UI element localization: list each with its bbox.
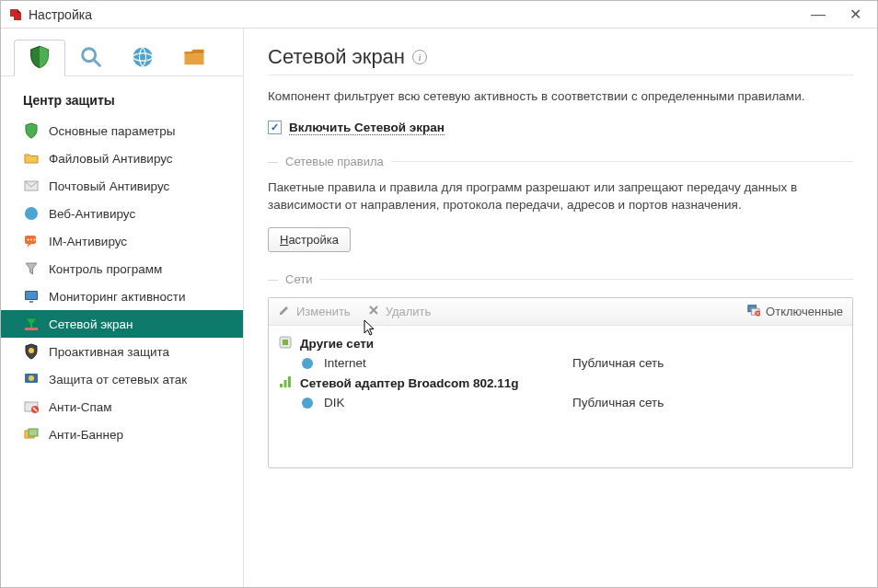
- tab-scan[interactable]: [65, 40, 117, 76]
- network-type: Публичная сеть: [572, 396, 664, 409]
- window-title: Настройка: [29, 7, 800, 22]
- delete-label: Удалить: [386, 305, 432, 318]
- networks-list: Другие сети Internet Публичная сеть Сете…: [269, 326, 852, 467]
- sidebar-item-label: Сетевой экран: [49, 317, 133, 331]
- networks-section-label: Сети: [268, 272, 853, 286]
- sidebar-item-network-attack[interactable]: Защита от сетевых атак: [1, 365, 243, 393]
- sidebar-item-web-antivirus[interactable]: Веб-Антивирус: [1, 200, 243, 227]
- rules-section-label-text: Сетевые правила: [285, 155, 384, 168]
- configure-rules-button[interactable]: Настройка: [268, 227, 351, 252]
- sidebar-item-label: Контроль программ: [49, 262, 162, 276]
- component-description: Компонент фильтрует всю сетевую активнос…: [268, 88, 853, 106]
- networks-section-label-text: Сети: [285, 272, 312, 286]
- spam-icon: [23, 398, 40, 415]
- settings-window: Настройка — ✕: [0, 0, 878, 588]
- signal-bars-icon: [278, 375, 293, 392]
- network-name: Internet: [324, 356, 563, 370]
- network-group[interactable]: Сетевой адаптер Broadcom 802.11g: [278, 373, 843, 394]
- titlebar: Настройка — ✕: [1, 1, 877, 29]
- shield-icon: [27, 44, 52, 73]
- minimize-button[interactable]: —: [800, 4, 837, 26]
- network-row[interactable]: Internet Публичная сеть: [278, 354, 843, 373]
- sidebar-nav: Основные параметры Файловый Антивирус По…: [1, 117, 243, 448]
- svg-rect-13: [25, 328, 38, 330]
- funnel-icon: [23, 260, 40, 277]
- shield-small-icon: [23, 122, 40, 139]
- svg-point-9: [34, 239, 36, 241]
- edit-network-button[interactable]: Изменить: [278, 304, 351, 319]
- networks-toolbar: Изменить Удалить Отключенные: [269, 298, 852, 326]
- app-logo-icon: [8, 7, 23, 22]
- globe-small-icon: [300, 396, 315, 410]
- svg-rect-11: [26, 292, 37, 299]
- disconnected-icon: [747, 304, 760, 319]
- divider: [319, 279, 853, 280]
- page-title: Сетевой экран i: [268, 45, 853, 69]
- sidebar-item-label: Мониторинг активности: [49, 290, 186, 304]
- divider: [391, 161, 853, 162]
- network-type: Публичная сеть: [572, 356, 664, 370]
- banner-icon: [23, 426, 40, 443]
- tab-protection[interactable]: [14, 40, 65, 76]
- delete-icon: [367, 304, 380, 319]
- network-row[interactable]: DIK Публичная сеть: [278, 394, 843, 412]
- disconnected-label: Отключенные: [766, 305, 843, 318]
- svg-point-31: [302, 358, 313, 369]
- divider: [268, 75, 853, 75]
- badge-icon: [23, 343, 40, 360]
- close-button[interactable]: ✕: [837, 4, 873, 26]
- sidebar-item-label: Файловый Антивирус: [49, 152, 173, 166]
- svg-rect-30: [283, 340, 288, 345]
- rules-section-label: Сетевые правила: [268, 155, 853, 168]
- enable-firewall-row[interactable]: ✓ Включить Сетевой экран: [268, 121, 853, 134]
- sidebar-item-label: Веб-Антивирус: [49, 207, 135, 221]
- folder-small-icon: [23, 150, 40, 167]
- svg-rect-32: [280, 384, 283, 387]
- svg-point-2: [133, 48, 153, 67]
- svg-line-1: [95, 61, 100, 66]
- svg-point-8: [30, 239, 32, 241]
- sidebar-item-app-control[interactable]: Контроль программ: [1, 255, 243, 282]
- sidebar-item-anti-spam[interactable]: Анти-Спам: [1, 393, 243, 421]
- monitor-icon: [23, 288, 40, 305]
- sidebar-item-file-antivirus[interactable]: Файловый Антивирус: [1, 144, 243, 172]
- tab-update[interactable]: [117, 40, 168, 76]
- network-group[interactable]: Другие сети: [278, 333, 843, 354]
- sidebar-item-label: Анти-Спам: [49, 400, 112, 414]
- delete-network-button[interactable]: Удалить: [367, 304, 432, 319]
- sidebar-item-activity-monitor[interactable]: Мониторинг активности: [1, 282, 243, 310]
- svg-rect-12: [29, 301, 33, 303]
- info-icon[interactable]: i: [412, 50, 427, 64]
- globe-small-icon: [23, 205, 40, 222]
- globe-icon: [130, 44, 156, 73]
- svg-rect-34: [288, 376, 291, 387]
- sidebar-item-firewall[interactable]: Сетевой экран: [1, 310, 243, 338]
- sidebar-item-general[interactable]: Основные параметры: [1, 117, 243, 144]
- globe-small-icon: [300, 356, 315, 371]
- sidebar: Центр защиты Основные параметры Файловый…: [1, 29, 244, 587]
- network-name: DIK: [324, 396, 563, 409]
- svg-rect-33: [284, 380, 287, 387]
- main-panel: Сетевой экран i Компонент фильтрует всю …: [244, 29, 877, 587]
- networks-box: Изменить Удалить Отключенные: [268, 297, 853, 468]
- magnifier-icon: [78, 44, 104, 73]
- pencil-icon: [278, 304, 291, 319]
- sidebar-item-label: Анти-Баннер: [49, 428, 123, 442]
- envelope-icon: [23, 178, 40, 194]
- tab-additional[interactable]: [168, 40, 220, 76]
- svg-point-5: [25, 207, 38, 220]
- enable-firewall-checkbox[interactable]: ✓: [268, 121, 282, 134]
- network-shield-icon: [23, 371, 40, 387]
- sidebar-item-anti-banner[interactable]: Анти-Баннер: [1, 421, 243, 448]
- sidebar-item-label: Защита от сетевых атак: [49, 373, 187, 386]
- enable-firewall-label: Включить Сетевой экран: [289, 121, 445, 134]
- sidebar-item-label: Основные параметры: [49, 124, 175, 138]
- sidebar-item-im-antivirus[interactable]: IM-Антивирус: [1, 227, 243, 255]
- chat-icon: [23, 233, 40, 249]
- sidebar-item-proactive[interactable]: Проактивная защита: [1, 338, 243, 365]
- svg-point-7: [28, 239, 29, 241]
- sidebar-item-label: Почтовый Антивирус: [49, 179, 169, 193]
- svg-rect-21: [29, 429, 38, 436]
- disconnected-networks-button[interactable]: Отключенные: [747, 304, 843, 319]
- sidebar-item-mail-antivirus[interactable]: Почтовый Антивирус: [1, 172, 243, 200]
